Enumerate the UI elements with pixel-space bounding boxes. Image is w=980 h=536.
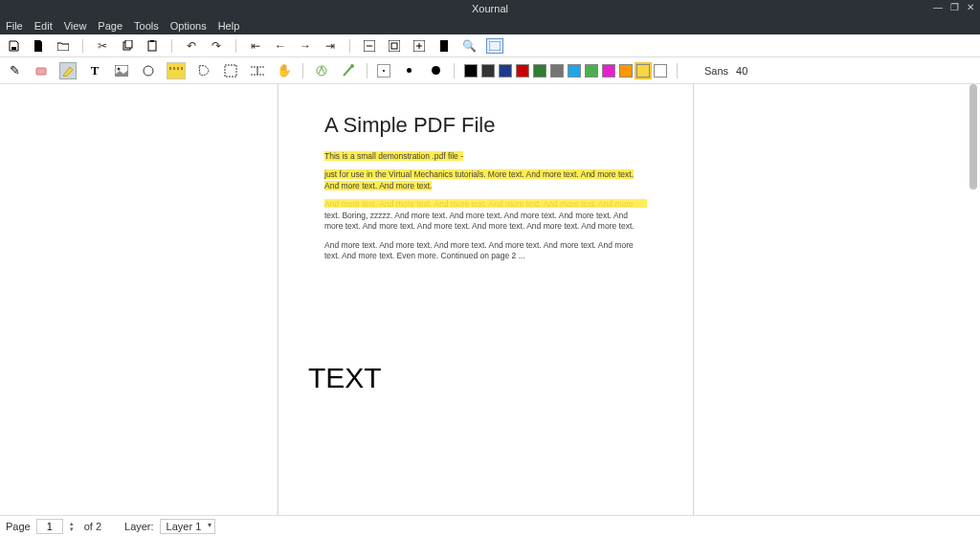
new-icon[interactable] — [31, 38, 46, 54]
svg-rect-14 — [36, 68, 46, 75]
fullscreen-icon[interactable] — [486, 38, 503, 54]
menu-bar: File Edit View Page Tools Options Help — [0, 17, 980, 34]
svg-point-27 — [350, 64, 354, 68]
pen-tool-icon[interactable]: ✎ — [6, 62, 23, 79]
next-page-icon[interactable]: → — [298, 38, 313, 54]
copy-icon[interactable] — [120, 38, 135, 54]
first-page-icon[interactable]: ⇤ — [248, 38, 263, 54]
highlighter-tool-icon[interactable] — [59, 62, 77, 79]
menu-view[interactable]: View — [64, 20, 87, 32]
redo-icon[interactable]: ↷ — [209, 38, 224, 54]
color-swatch-9[interactable] — [619, 64, 633, 78]
doc-para4: And more text. And more text. And more t… — [324, 240, 647, 262]
doc-para2: just for use in the Virtual Mechanics tu… — [324, 169, 647, 191]
pdf-page: A Simple PDF File This is a small demons… — [278, 84, 694, 515]
page-spinner[interactable]: ▲▼ — [69, 521, 75, 532]
tools-toolbar: ✎ T ✋ Sans 40 — [0, 57, 980, 84]
page-total: of 2 — [84, 521, 101, 532]
zoom-out-icon[interactable] — [362, 38, 377, 54]
svg-point-17 — [144, 66, 153, 76]
menu-file[interactable]: File — [6, 20, 23, 32]
last-page-icon[interactable]: ⇥ — [323, 38, 338, 54]
main-toolbar: ✂ ↶ ↷ ⇤ ← → ⇥ 🔍 — [0, 34, 980, 57]
doc-para1: This is a small demonstration .pdf file … — [324, 151, 647, 162]
thickness-fine-icon[interactable] — [377, 64, 390, 78]
thickness-medium-icon[interactable] — [400, 62, 417, 79]
minimize-icon[interactable]: — — [933, 2, 943, 12]
color-swatch-7[interactable] — [585, 64, 598, 78]
select-rect-icon[interactable] — [222, 62, 239, 79]
thickness-thick-icon[interactable] — [427, 62, 444, 79]
status-bar: Page ▲▼ of 2 Layer: Layer 1 — [0, 515, 980, 536]
open-icon[interactable] — [56, 38, 71, 54]
ruler-tool-icon[interactable] — [167, 62, 186, 79]
color-swatch-11[interactable] — [654, 64, 667, 78]
svg-rect-8 — [391, 43, 397, 49]
color-swatch-4[interactable] — [533, 64, 546, 78]
zoom-page-icon[interactable] — [436, 38, 452, 54]
maximize-icon[interactable]: ❐ — [950, 2, 959, 12]
svg-rect-12 — [440, 40, 448, 52]
vertical-space-icon[interactable] — [249, 62, 266, 79]
text-annotation[interactable]: TEXT — [308, 362, 382, 394]
paste-icon[interactable] — [145, 38, 160, 54]
cut-icon[interactable]: ✂ — [95, 38, 110, 54]
image-tool-icon[interactable] — [113, 62, 130, 79]
color-swatch-3[interactable] — [516, 64, 529, 78]
layer-label: Layer: — [124, 521, 154, 532]
svg-rect-3 — [148, 41, 156, 51]
color-swatch-1[interactable] — [481, 64, 495, 78]
zoom-in-icon[interactable] — [412, 38, 427, 54]
vertical-scrollbar[interactable] — [969, 84, 977, 190]
title-bar: Xournal — ❐ ✕ — [0, 0, 980, 17]
svg-rect-4 — [150, 40, 154, 42]
page-label: Page — [6, 521, 31, 532]
menu-help[interactable]: Help — [218, 20, 240, 32]
close-icon[interactable]: ✕ — [967, 2, 974, 12]
menu-tools[interactable]: Tools — [134, 20, 159, 32]
undo-icon[interactable]: ↶ — [184, 38, 199, 54]
page-number-input[interactable] — [36, 519, 63, 534]
prev-page-icon[interactable]: ← — [273, 38, 288, 54]
menu-options[interactable]: Options — [170, 20, 207, 32]
doc-para3: And more text. And more text. And more t… — [324, 199, 647, 232]
svg-point-16 — [118, 67, 121, 70]
svg-rect-22 — [225, 65, 236, 77]
color-swatch-5[interactable] — [550, 64, 564, 78]
hand-tool-icon[interactable]: ✋ — [276, 62, 293, 79]
color-swatch-2[interactable] — [499, 64, 512, 78]
shape-recognizer-icon[interactable] — [313, 62, 330, 79]
font-family-label[interactable]: Sans — [704, 65, 728, 77]
color-swatch-6[interactable] — [568, 64, 581, 78]
svg-rect-0 — [11, 47, 16, 50]
svg-rect-13 — [489, 41, 501, 51]
svg-rect-2 — [125, 40, 132, 48]
app-title: Xournal — [472, 3, 508, 14]
color-swatch-0[interactable] — [464, 64, 478, 78]
save-icon[interactable] — [6, 38, 21, 54]
find-icon[interactable]: 🔍 — [461, 38, 477, 54]
color-swatch-8[interactable] — [602, 64, 615, 78]
doc-title: A Simple PDF File — [324, 113, 647, 138]
layer-dropdown[interactable]: Layer 1 — [160, 519, 216, 534]
zoom-fit-icon[interactable] — [387, 38, 402, 54]
svg-rect-7 — [389, 40, 400, 52]
eraser-tool-icon[interactable] — [33, 62, 50, 79]
shapes-tool-icon[interactable] — [140, 62, 157, 79]
color-swatches — [464, 64, 667, 78]
font-size-label[interactable]: 40 — [736, 65, 747, 77]
menu-page[interactable]: Page — [98, 20, 122, 32]
menu-edit[interactable]: Edit — [34, 20, 53, 32]
text-tool-icon[interactable]: T — [86, 62, 103, 79]
canvas-area[interactable]: A Simple PDF File This is a small demons… — [0, 84, 980, 515]
default-pen-icon[interactable] — [340, 62, 357, 79]
select-region-icon[interactable] — [195, 62, 212, 79]
color-swatch-10[interactable] — [636, 64, 650, 78]
